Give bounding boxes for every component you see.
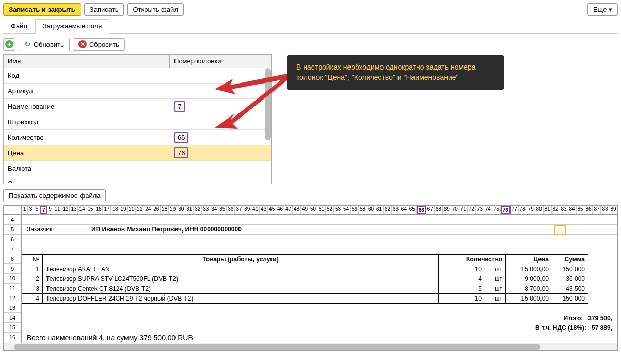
ruler-col[interactable]: 17	[103, 206, 111, 214]
ruler-col[interactable]: 34	[210, 206, 218, 214]
ruler-col[interactable]: 74	[484, 206, 492, 214]
ruler-col[interactable]: 48	[293, 206, 301, 214]
row-num[interactable]: 9	[4, 264, 21, 274]
ruler-col[interactable]: 76	[501, 206, 511, 214]
ruler-col[interactable]: 31	[185, 206, 194, 214]
ruler-col[interactable]: 30	[177, 206, 185, 214]
field-row[interactable]: Цена76	[4, 145, 271, 161]
ruler-col[interactable]: 61	[375, 206, 384, 214]
row-num[interactable]: 8	[4, 254, 21, 264]
h-scrollbar-thumb[interactable]	[14, 344, 540, 350]
row-num[interactable]: 12	[4, 293, 21, 303]
ruler-col[interactable]: 16	[94, 206, 103, 214]
ruler-col[interactable]: 32	[194, 206, 202, 214]
ruler-col[interactable]: 68	[435, 206, 443, 214]
ruler-col[interactable]: 75	[492, 206, 501, 214]
th-sum[interactable]: Сумма	[552, 255, 588, 264]
ruler-col[interactable]: 18	[111, 206, 119, 214]
field-row[interactable]: Остаток	[4, 176, 271, 183]
reset-button[interactable]: ✕Сбросить	[73, 38, 125, 51]
ruler-col[interactable]: 39	[243, 206, 251, 214]
add-button[interactable]: +	[3, 38, 15, 51]
ruler-col[interactable]: 73	[476, 206, 484, 214]
ruler-col[interactable]: 67	[426, 206, 435, 214]
save-and-close-button[interactable]: Записать и закрыть	[3, 3, 81, 16]
row-num[interactable]: 11	[4, 284, 21, 293]
save-button[interactable]: Записать	[84, 3, 124, 16]
th-num[interactable]: №	[22, 255, 43, 264]
refresh-button[interactable]: ↻Обновить	[19, 38, 70, 51]
ruler-col[interactable]: 87	[593, 206, 601, 214]
table-row[interactable]: 3Телевизор Centek CT-8124 (DVB-T2)5шт8 7…	[22, 284, 588, 294]
row-num[interactable]: 16	[4, 333, 21, 342]
ruler-col[interactable]: 54	[342, 206, 351, 214]
row-num[interactable]: 4	[4, 215, 21, 225]
ruler-col[interactable]: 49	[301, 206, 309, 214]
ruler-col[interactable]: 28	[161, 206, 169, 214]
ruler-col[interactable]: 24	[144, 206, 152, 214]
th-name[interactable]: Товары (работы, услуги)	[43, 255, 439, 264]
tab-file[interactable]: Файл	[3, 19, 35, 33]
ruler-col[interactable]: 20	[128, 206, 136, 214]
ruler-col[interactable]: 86	[584, 206, 593, 214]
column-ruler[interactable]: 1357911121314151617181920222426282930313…	[22, 206, 617, 214]
ruler-col[interactable]: 81	[544, 206, 552, 214]
ruler-col[interactable]: 33	[202, 206, 210, 214]
ruler-col[interactable]: 1	[22, 206, 28, 214]
ruler-col[interactable]: 41	[251, 206, 260, 214]
table-row[interactable]: 1Телевизор AKAI LEAN10шт15 000,00150 000	[22, 264, 588, 274]
ruler-col[interactable]: 50	[309, 206, 317, 214]
spreadsheet[interactable]: 45678910111213141516 Заказчик:ИП Иванов …	[3, 215, 618, 351]
ruler-col[interactable]: 36	[227, 206, 235, 214]
ruler-col[interactable]: 19	[119, 206, 128, 214]
ruler-col[interactable]: 11	[53, 206, 61, 214]
ruler-col[interactable]: 26	[152, 206, 161, 214]
ruler-col[interactable]: 78	[519, 206, 527, 214]
ruler-col[interactable]: 56	[351, 206, 359, 214]
items-table[interactable]: № Товары (работы, услуги) Количество Цен…	[22, 254, 588, 304]
ruler-col[interactable]: 58	[359, 206, 367, 214]
ruler-col[interactable]: 9	[47, 206, 53, 214]
ruler-col[interactable]: 46	[276, 206, 284, 214]
row-num[interactable]: 15	[4, 323, 21, 333]
ruler-col[interactable]: 51	[317, 206, 326, 214]
ruler-col[interactable]: 15	[86, 206, 94, 214]
col-header-name[interactable]: Имя	[4, 55, 170, 68]
field-col-number[interactable]: 66	[170, 132, 271, 143]
table-row[interactable]: 2Телевизор SUPRA STV-LC24T560FL (DVB-T2)…	[22, 274, 588, 284]
ruler-col[interactable]: 22	[136, 206, 144, 214]
ruler-col[interactable]: 5	[34, 206, 40, 214]
ruler-col[interactable]: 65	[408, 206, 417, 214]
ruler-col[interactable]: 89	[609, 206, 617, 214]
tab-fields[interactable]: Загружаемые поля	[35, 19, 109, 34]
col-header-number[interactable]: Номер колонки	[170, 55, 271, 68]
row-numbers[interactable]: 45678910111213141516	[4, 215, 22, 343]
ruler-col[interactable]: 79	[527, 206, 535, 214]
row-num[interactable]: 13	[4, 303, 21, 313]
ruler-col[interactable]: 14	[78, 206, 86, 214]
ruler-col[interactable]: 37	[235, 206, 243, 214]
ruler-col[interactable]: 71	[459, 206, 468, 214]
ruler-col[interactable]: 29	[169, 206, 177, 214]
ruler-col[interactable]: 82	[552, 206, 560, 214]
open-file-button[interactable]: Открыть файл	[127, 3, 183, 16]
ruler-col[interactable]: 53	[334, 206, 342, 214]
ruler-col[interactable]: 69	[443, 206, 451, 214]
row-num[interactable]: 6	[4, 235, 21, 244]
row-num[interactable]: 5	[4, 225, 21, 235]
ruler-col[interactable]: 7	[40, 206, 47, 214]
ruler-col[interactable]: 12	[61, 206, 70, 214]
show-file-content-button[interactable]: Показать содержимое файла	[3, 189, 106, 202]
field-row[interactable]: Количество66	[4, 130, 271, 145]
ruler-col[interactable]: 85	[577, 206, 585, 214]
ruler-col[interactable]: 63	[392, 206, 400, 214]
field-col-number[interactable]: 76	[170, 147, 271, 158]
ruler-col[interactable]: 3	[28, 206, 34, 214]
th-price[interactable]: Цена	[506, 255, 552, 264]
ruler-col[interactable]: 70	[451, 206, 459, 214]
field-row[interactable]: Валюта	[4, 161, 271, 176]
h-scrollbar[interactable]	[4, 343, 617, 350]
th-qty[interactable]: Количество	[439, 255, 506, 264]
row-num[interactable]: 14	[4, 313, 21, 323]
ruler-col[interactable]: 72	[468, 206, 476, 214]
